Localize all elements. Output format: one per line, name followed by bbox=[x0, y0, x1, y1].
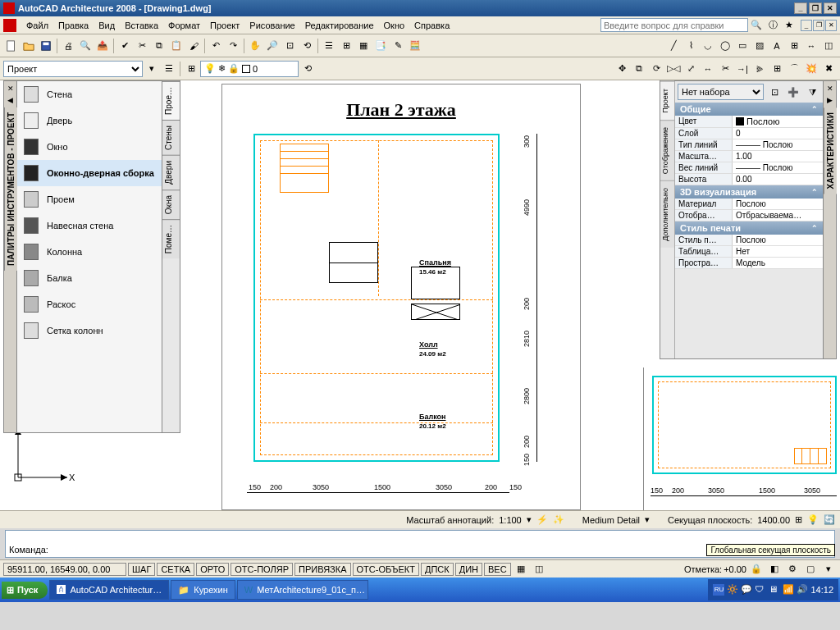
layer-manager-icon[interactable]: ☰ bbox=[161, 61, 177, 77]
model-paper-icon[interactable]: ▦ bbox=[513, 561, 529, 578]
redo-icon[interactable]: ↷ bbox=[225, 38, 241, 54]
offset-icon[interactable]: ⫸ bbox=[751, 61, 768, 77]
palette-item-colgrid[interactable]: Сетка колонн bbox=[17, 317, 162, 344]
freeze-icon[interactable]: ❄ bbox=[218, 63, 226, 74]
sheet-set-icon[interactable]: 📑 bbox=[372, 38, 389, 54]
extend-icon[interactable]: →| bbox=[734, 61, 751, 77]
palette-item-assembly[interactable]: Оконно-дверная сборка bbox=[17, 160, 162, 186]
search-icon[interactable]: 🔍 bbox=[748, 17, 765, 34]
spell-icon[interactable]: ✔ bbox=[116, 38, 133, 54]
rotate-icon[interactable]: ⟳ bbox=[648, 61, 664, 77]
prop-row[interactable]: Тип линий——— Послою bbox=[675, 139, 823, 151]
palette-item-beam[interactable]: Балка bbox=[17, 265, 162, 291]
doc-restore-button[interactable]: ❐ bbox=[813, 20, 824, 31]
tray-icon[interactable]: 💬 bbox=[741, 584, 752, 596]
prop-row[interactable]: Стиль п…Послою bbox=[675, 235, 823, 246]
restore-button[interactable]: ❐ bbox=[809, 2, 822, 14]
minimize-button[interactable]: _ bbox=[794, 2, 807, 14]
palette-item-wall[interactable]: Стена bbox=[17, 81, 162, 107]
prop-row[interactable]: МатериалПослою bbox=[675, 199, 823, 210]
mirror-icon[interactable]: ▷◁ bbox=[665, 61, 682, 77]
prop-vtab-display[interactable]: Отображение bbox=[660, 120, 674, 180]
tray-settings-icon[interactable]: ▾ bbox=[820, 561, 837, 578]
elevation-value[interactable]: +0.00 bbox=[724, 564, 746, 574]
palette-item-door[interactable]: Дверь bbox=[17, 107, 162, 134]
anno-auto-icon[interactable]: ✨ bbox=[553, 514, 564, 525]
menu-format[interactable]: Формат bbox=[163, 19, 205, 32]
move-icon[interactable]: ✥ bbox=[614, 61, 630, 77]
open-icon[interactable] bbox=[21, 38, 37, 54]
prop-row[interactable]: Слой0 bbox=[675, 128, 823, 139]
palette-item-brace[interactable]: Раскос bbox=[17, 291, 162, 317]
erase-icon[interactable]: ✖ bbox=[820, 61, 837, 77]
text-tool-icon[interactable]: A bbox=[769, 38, 785, 54]
prop-vtab-project[interactable]: Проект bbox=[660, 81, 674, 120]
hatch-tool-icon[interactable]: ▨ bbox=[751, 38, 768, 54]
layer-color-swatch[interactable] bbox=[242, 65, 250, 73]
prop-row[interactable]: Простра…Модель bbox=[675, 258, 823, 269]
print-icon[interactable]: 🖨 bbox=[60, 38, 76, 54]
language-indicator[interactable]: RU bbox=[713, 584, 724, 596]
menu-view[interactable]: Вид bbox=[94, 19, 120, 32]
info-icon[interactable]: ⓘ bbox=[765, 17, 781, 34]
combo-dropdown-icon[interactable]: ▾ bbox=[144, 61, 160, 77]
volume-icon[interactable]: 🔊 bbox=[797, 584, 808, 596]
scale-icon[interactable]: ⤢ bbox=[682, 61, 699, 77]
prop-row[interactable]: Высота0.00 bbox=[675, 174, 823, 185]
palette-tab-project[interactable]: Прое… bbox=[162, 81, 180, 120]
menu-help[interactable]: Справка bbox=[409, 19, 454, 32]
selection-combo[interactable]: Нет набора bbox=[678, 84, 764, 100]
zoom-window-icon[interactable]: ⊡ bbox=[281, 38, 298, 54]
tray-icon[interactable]: 📶 bbox=[783, 584, 794, 596]
bulb-on-icon[interactable]: 💡 bbox=[204, 63, 216, 74]
rect-tool-icon[interactable]: ▭ bbox=[734, 38, 751, 54]
toggle-otrack[interactable]: ОТС-ОБЪЕКТ bbox=[353, 563, 419, 576]
filter-icon[interactable]: ⧩ bbox=[804, 84, 820, 100]
undo-icon[interactable]: ↶ bbox=[208, 38, 224, 54]
calc-icon[interactable]: 🧮 bbox=[407, 38, 423, 54]
close-button[interactable]: ✕ bbox=[824, 2, 837, 14]
markup-icon[interactable]: ✎ bbox=[390, 38, 406, 54]
circle-tool-icon[interactable]: ◯ bbox=[717, 38, 733, 54]
polyline-tool-icon[interactable]: ⌇ bbox=[682, 38, 699, 54]
maximize-vp-icon[interactable]: ◫ bbox=[531, 561, 547, 578]
isolate-icon[interactable]: ◧ bbox=[766, 561, 783, 578]
new-icon[interactable] bbox=[3, 38, 20, 54]
palette-tab-doors[interactable]: Двери bbox=[162, 155, 180, 189]
arc-tool-icon[interactable]: ◡ bbox=[700, 38, 716, 54]
secondary-viewport[interactable]: 150 200 3050 1500 3050 bbox=[643, 368, 840, 511]
prop-row[interactable]: Отобра…Отбрасываема… bbox=[675, 210, 823, 221]
current-layer[interactable]: 0 bbox=[253, 64, 258, 74]
palette-item-opening[interactable]: Проем bbox=[17, 186, 162, 212]
project-combo[interactable]: Проект bbox=[3, 61, 143, 77]
fillet-icon[interactable]: ⌒ bbox=[786, 61, 802, 77]
match-icon[interactable]: 🖌 bbox=[185, 38, 202, 54]
detail-level[interactable]: Medium Detail bbox=[582, 515, 640, 525]
palette-tab-rooms[interactable]: Поме… bbox=[162, 219, 180, 258]
refresh-icon[interactable]: 🔄 bbox=[824, 514, 835, 525]
trim-icon[interactable]: ✂ bbox=[717, 61, 733, 77]
doc-close-button[interactable]: ✕ bbox=[825, 20, 837, 31]
coords-readout[interactable]: 95911.00, 16549.00, 0.00 bbox=[3, 563, 126, 576]
designcenter-icon[interactable]: ⊞ bbox=[338, 38, 354, 54]
array-icon[interactable]: ⊞ bbox=[769, 61, 785, 77]
menu-file[interactable]: Файл bbox=[21, 19, 53, 32]
copy-icon[interactable]: ⧉ bbox=[151, 38, 167, 54]
star-icon[interactable]: ★ bbox=[781, 17, 797, 34]
toggle-grid[interactable]: СЕТКА bbox=[157, 563, 194, 576]
tray-icon[interactable]: 🖥 bbox=[769, 584, 780, 596]
prop-row[interactable]: Масшта…1.00 bbox=[675, 151, 823, 162]
anno-vis-icon[interactable]: ⚡ bbox=[536, 514, 548, 525]
menu-app-icon[interactable] bbox=[3, 19, 16, 32]
palette-item-column[interactable]: Колонна bbox=[17, 239, 162, 265]
toggle-lwt[interactable]: ВЕС bbox=[484, 563, 511, 576]
tray-icon[interactable]: 🔆 bbox=[727, 584, 738, 596]
toggle-dyn[interactable]: ДИН bbox=[455, 563, 482, 576]
palette-item-window[interactable]: Окно bbox=[17, 134, 162, 160]
palette-close-icon[interactable]: ✕ bbox=[7, 84, 14, 93]
tray-icon[interactable]: 🛡 bbox=[755, 584, 766, 596]
grid-icon[interactable]: ⊞ bbox=[183, 61, 199, 77]
toggle-ducs[interactable]: ДПСК bbox=[421, 563, 454, 576]
cutplane-value[interactable]: 1400.00 bbox=[757, 515, 790, 525]
pickadd-icon[interactable]: ➕ bbox=[785, 84, 801, 100]
